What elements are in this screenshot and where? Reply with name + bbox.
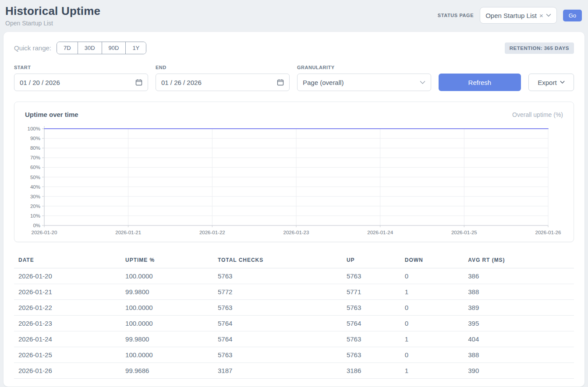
- table-cell: 99.9800: [121, 331, 213, 347]
- uptime-line-chart: 0%10%20%30%40%50%60%70%80%90%100%2026-01…: [25, 123, 563, 236]
- table-cell: 3186: [342, 363, 400, 379]
- calendar-icon[interactable]: [277, 79, 284, 86]
- table-cell: 388: [464, 347, 574, 363]
- quick-range-30d[interactable]: 30D: [78, 42, 102, 54]
- export-button-label: Export: [538, 79, 556, 86]
- table-cell: 100.0000: [121, 316, 213, 331]
- quick-range-1y[interactable]: 1Y: [126, 42, 146, 54]
- svg-text:70%: 70%: [30, 155, 40, 160]
- table-cell: 2026-01-22: [14, 300, 121, 316]
- table-cell: 100.0000: [121, 268, 213, 284]
- svg-text:2026-01-23: 2026-01-23: [283, 230, 309, 235]
- svg-text:60%: 60%: [30, 165, 40, 170]
- table-row: 2026-01-2499.9800576457631404: [14, 331, 574, 347]
- table-row: 2026-01-2699.9686318731861390: [14, 363, 574, 379]
- go-button[interactable]: Go: [563, 10, 582, 21]
- table-cell: 5764: [342, 316, 400, 331]
- table-header-row: DATEUPTIME %TOTAL CHECKSUPDOWNAVG RT (MS…: [14, 253, 574, 268]
- chevron-down-icon: [560, 81, 565, 84]
- granularity-selected-value: Page (overall): [303, 79, 344, 86]
- svg-text:20%: 20%: [30, 204, 40, 209]
- quick-range-group: 7D30D90D1Y: [57, 42, 146, 54]
- table-cell: 100.0000: [121, 347, 213, 363]
- calendar-icon[interactable]: [135, 79, 142, 86]
- column-header: AVG RT (MS): [464, 253, 574, 268]
- table-cell: 5763: [213, 268, 342, 284]
- start-date-label: START: [14, 65, 148, 70]
- table-cell: 2026-01-25: [14, 347, 121, 363]
- table-cell: 99.9800: [121, 284, 213, 300]
- table-cell: 0: [400, 347, 464, 363]
- table-row: 2026-01-20100.0000576357630386: [14, 268, 574, 284]
- table-cell: 386: [464, 268, 574, 284]
- svg-text:2026-01-25: 2026-01-25: [451, 230, 477, 235]
- granularity-select[interactable]: Page (overall): [297, 74, 431, 91]
- table-cell: 0: [400, 300, 464, 316]
- chart-legend: Overall uptime (%): [512, 111, 563, 118]
- table-cell: 5772: [213, 284, 342, 300]
- column-header: UPTIME %: [121, 253, 213, 268]
- table-row: 2026-01-22100.0000576357630389: [14, 300, 574, 316]
- granularity-label: GRANULARITY: [297, 65, 431, 70]
- column-header: TOTAL CHECKS: [213, 253, 342, 268]
- svg-text:2026-01-26: 2026-01-26: [535, 230, 561, 235]
- table-cell: 404: [464, 331, 574, 347]
- refresh-button[interactable]: Refresh: [439, 74, 521, 91]
- quick-range-90d[interactable]: 90D: [102, 42, 126, 54]
- quick-range-label: Quick range:: [14, 44, 51, 52]
- retention-badge: RETENTION: 365 DAYS: [505, 42, 574, 54]
- start-date-input[interactable]: 01 / 20 / 2026: [14, 74, 148, 91]
- svg-text:30%: 30%: [30, 194, 40, 199]
- table-cell: 5763: [342, 268, 400, 284]
- svg-text:2026-01-24: 2026-01-24: [367, 230, 393, 235]
- table-row: 2026-01-25100.0000576357630388: [14, 347, 574, 363]
- table-row: 2026-01-23100.0000576457640395: [14, 316, 574, 331]
- svg-text:2026-01-20: 2026-01-20: [32, 230, 57, 235]
- table-cell: 5771: [342, 284, 400, 300]
- export-button[interactable]: Export: [528, 74, 574, 91]
- clear-selection-icon[interactable]: ×: [539, 12, 543, 19]
- table-cell: 395: [464, 316, 574, 331]
- status-page-selected-value: Open Startup List: [485, 12, 537, 19]
- chart-title: Uptime over time: [25, 111, 78, 118]
- table-cell: 100.0000: [121, 300, 213, 316]
- table-cell: 389: [464, 300, 574, 316]
- table-row: 2026-01-2199.9800577257711388: [14, 284, 574, 300]
- svg-text:40%: 40%: [30, 184, 40, 190]
- page-header: Historical Uptime Open Startup List STAT…: [0, 0, 588, 32]
- table-cell: 5763: [342, 300, 400, 316]
- table-cell: 2026-01-24: [14, 331, 121, 347]
- uptime-chart-card: Uptime over time Overall uptime (%) 0%10…: [14, 102, 574, 242]
- column-header: DATE: [14, 253, 121, 268]
- end-date-label: END: [156, 65, 290, 70]
- table-cell: 99.9686: [121, 363, 213, 379]
- table-cell: 390: [464, 363, 574, 379]
- table-cell: 1: [400, 363, 464, 379]
- column-header: DOWN: [400, 253, 464, 268]
- status-page-select[interactable]: Open Startup List ×: [480, 7, 557, 24]
- table-cell: 5763: [213, 300, 342, 316]
- table-cell: 3187: [213, 363, 342, 379]
- end-date-input[interactable]: 01 / 26 / 2026: [156, 74, 290, 91]
- svg-text:50%: 50%: [30, 175, 40, 180]
- table-cell: 0: [400, 316, 464, 331]
- table-cell: 0: [400, 268, 464, 284]
- svg-text:2026-01-22: 2026-01-22: [199, 230, 225, 235]
- table-cell: 388: [464, 284, 574, 300]
- start-date-value: 01 / 20 / 2026: [20, 79, 60, 86]
- table-cell: 5763: [213, 347, 342, 363]
- table-cell: 2026-01-21: [14, 284, 121, 300]
- table-cell: 5764: [213, 331, 342, 347]
- chevron-down-icon: [420, 81, 425, 84]
- table-cell: 5763: [342, 331, 400, 347]
- main-panel: Quick range: 7D30D90D1Y RETENTION: 365 D…: [4, 32, 584, 387]
- svg-text:90%: 90%: [30, 136, 40, 141]
- uptime-table: DATEUPTIME %TOTAL CHECKSUPDOWNAVG RT (MS…: [14, 253, 574, 379]
- quick-range-7d[interactable]: 7D: [57, 42, 78, 54]
- svg-text:100%: 100%: [28, 126, 40, 131]
- page-subtitle: Open Startup List: [5, 20, 100, 27]
- table-cell: 2026-01-20: [14, 268, 121, 284]
- table-cell: 1: [400, 284, 464, 300]
- table-cell: 5763: [342, 347, 400, 363]
- page-title: Historical Uptime: [5, 4, 100, 18]
